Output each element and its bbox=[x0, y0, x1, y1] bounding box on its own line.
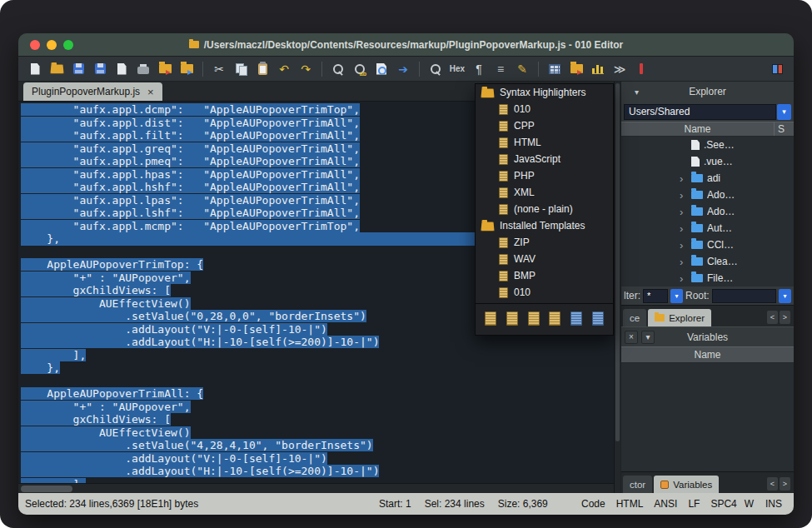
new-file-button[interactable] bbox=[25, 59, 45, 79]
undo-button[interactable]: ↶ bbox=[274, 59, 294, 79]
find-button[interactable] bbox=[328, 59, 348, 79]
syntax-item-html[interactable]: HTML bbox=[476, 134, 613, 151]
tab-next-button[interactable]: > bbox=[780, 311, 790, 324]
bookmark-button[interactable] bbox=[631, 59, 651, 79]
variables-column-header[interactable]: Name bbox=[621, 346, 794, 363]
mode-flag-w[interactable]: W bbox=[745, 498, 754, 510]
template-item-wav[interactable]: WAV bbox=[476, 251, 613, 267]
minimize-window-button[interactable] bbox=[47, 40, 57, 50]
filter-input[interactable]: * bbox=[643, 289, 668, 303]
expander-icon[interactable]: › bbox=[680, 173, 687, 184]
edit-template-button[interactable] bbox=[526, 309, 542, 329]
root-input[interactable] bbox=[712, 289, 776, 303]
open-template-button[interactable] bbox=[504, 309, 521, 329]
vscroll-thumb[interactable] bbox=[615, 83, 620, 441]
paste-button[interactable] bbox=[252, 59, 272, 79]
tab-pluginpopovermarkup[interactable]: PluginPopoverMarkup.js × bbox=[23, 82, 162, 101]
tab-close-icon[interactable]: × bbox=[147, 86, 154, 98]
variables-menu-button[interactable]: ▾ bbox=[641, 331, 655, 344]
tree-row[interactable]: ›Aut… bbox=[621, 220, 794, 237]
tab-prev-button[interactable]: < bbox=[767, 311, 778, 324]
syntax-item-php[interactable]: PHP bbox=[476, 167, 613, 184]
open-file-button[interactable] bbox=[47, 59, 67, 79]
template-item-zip[interactable]: ZIP bbox=[476, 234, 613, 251]
redo-button[interactable]: ↷ bbox=[296, 59, 316, 79]
copy-button[interactable] bbox=[231, 59, 251, 79]
syntax-item-xml[interactable]: XML bbox=[476, 184, 613, 201]
close-window-button[interactable] bbox=[30, 40, 40, 50]
variables-next-button[interactable]: > bbox=[780, 477, 790, 491]
status-flag-spc4[interactable]: SPC4 bbox=[710, 498, 736, 510]
tree-row[interactable]: ›CCl… bbox=[621, 237, 794, 253]
zoom-window-button[interactable] bbox=[63, 40, 73, 50]
variables-prev-button[interactable]: < bbox=[767, 477, 778, 491]
replace-button[interactable] bbox=[350, 59, 370, 79]
find-in-files-button[interactable] bbox=[371, 59, 391, 79]
tree-row[interactable]: .See… bbox=[621, 137, 794, 153]
horizontal-scrollbar[interactable] bbox=[18, 483, 614, 493]
goto-button[interactable]: ➔ bbox=[393, 59, 413, 79]
status-flag-code[interactable]: Code bbox=[581, 498, 605, 510]
tab-variables[interactable]: Variables bbox=[654, 476, 719, 493]
tab-explorer[interactable]: Explorer bbox=[648, 309, 711, 326]
vertical-scrollbar[interactable] bbox=[614, 82, 620, 493]
syntax-item-none-plain[interactable]: (none - plain) bbox=[476, 201, 613, 217]
calculator-button[interactable] bbox=[545, 59, 565, 79]
tab-inspector[interactable]: ctor bbox=[623, 476, 652, 493]
save-all-button[interactable] bbox=[90, 59, 110, 79]
root-dropdown-icon[interactable]: ▾ bbox=[779, 289, 791, 303]
explorer-path-dropdown-icon[interactable]: ▾ bbox=[777, 104, 791, 120]
run-template-button[interactable] bbox=[566, 59, 586, 79]
template-item-010[interactable]: 010 bbox=[476, 284, 613, 301]
hscroll-thumb[interactable] bbox=[21, 486, 72, 492]
print-button[interactable] bbox=[133, 59, 153, 79]
column-size[interactable]: S bbox=[774, 122, 794, 136]
explorer-path-field[interactable]: Users/Shared bbox=[624, 104, 776, 120]
import-folder-button[interactable] bbox=[155, 59, 175, 79]
expander-icon[interactable]: › bbox=[680, 223, 687, 234]
tree-row[interactable]: ›File… bbox=[621, 270, 794, 286]
explorer-title: Explorer bbox=[621, 86, 794, 97]
syntax-item-010[interactable]: 010 bbox=[476, 101, 613, 117]
status-flag-ansi[interactable]: ANSI bbox=[654, 498, 677, 510]
syntax-item-cpp[interactable]: CPP bbox=[476, 117, 613, 134]
find-hex-button[interactable] bbox=[426, 59, 446, 79]
panel-toggle-button[interactable] bbox=[767, 59, 787, 79]
column-name[interactable]: Name bbox=[621, 122, 774, 136]
export-folder-button[interactable] bbox=[177, 59, 197, 79]
cut-button[interactable]: ✂ bbox=[209, 59, 229, 79]
histogram-button[interactable] bbox=[588, 59, 608, 79]
syntax-item-javascript[interactable]: JavaScript bbox=[476, 151, 613, 167]
explorer-menu-icon[interactable]: ▾ bbox=[635, 87, 639, 97]
expander-icon[interactable]: › bbox=[680, 273, 687, 284]
tree-row[interactable]: ›Ado… bbox=[621, 203, 794, 220]
expander-icon[interactable]: › bbox=[680, 257, 687, 267]
new-template-button[interactable] bbox=[482, 309, 499, 329]
expander-icon[interactable]: › bbox=[680, 240, 687, 251]
template-archive-button[interactable] bbox=[590, 309, 606, 329]
save-template-button[interactable] bbox=[546, 309, 563, 329]
mode-flag-ins[interactable]: INS bbox=[765, 498, 782, 510]
find-icon bbox=[332, 63, 344, 75]
save-button[interactable] bbox=[68, 59, 88, 79]
tree-row[interactable]: .vue… bbox=[621, 153, 794, 170]
status-flag-html[interactable]: HTML bbox=[616, 498, 644, 510]
expander-icon[interactable]: › bbox=[680, 207, 687, 217]
line-display-button[interactable]: ≡ bbox=[491, 59, 511, 79]
template-item-bmp[interactable]: BMP bbox=[476, 267, 613, 284]
status-flag-lf[interactable]: LF bbox=[688, 498, 700, 510]
tree-row[interactable]: ›Ado… bbox=[621, 187, 794, 203]
variables-close-button[interactable]: × bbox=[625, 331, 638, 344]
show-whitespace-button[interactable]: ¶ bbox=[469, 59, 489, 79]
reload-button[interactable] bbox=[112, 59, 132, 79]
hex-view-button[interactable]: Hex bbox=[447, 59, 467, 79]
tab-workspace[interactable]: ce bbox=[623, 309, 646, 326]
tree-row[interactable]: ›adi bbox=[621, 170, 794, 187]
filter-dropdown-icon[interactable]: ▾ bbox=[670, 289, 683, 303]
more-tools-button[interactable]: ≫ bbox=[610, 59, 630, 79]
expander-icon[interactable]: › bbox=[680, 190, 687, 201]
install-template-button[interactable] bbox=[568, 309, 585, 329]
edit-tool-button[interactable]: ✎ bbox=[512, 59, 532, 79]
toolbar: ✂↶↷➔Hex¶≡✎≫ bbox=[18, 57, 794, 82]
tree-row[interactable]: ›Clea… bbox=[621, 253, 794, 270]
